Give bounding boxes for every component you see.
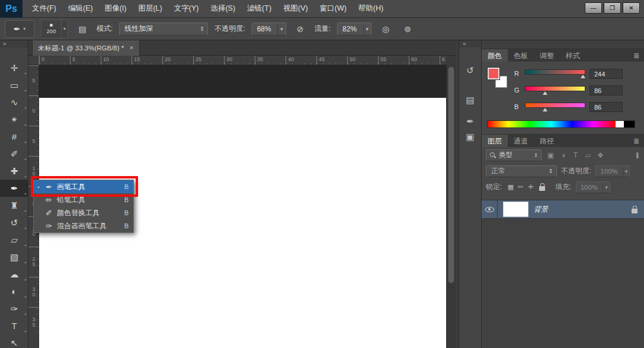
tab-close-icon[interactable]: ✕ [129,45,134,51]
color-replacement-tool-item[interactable]: ✐ 颜色替换工具 B [34,206,133,219]
white-picker-swatch[interactable] [616,121,624,127]
vertical-scrollbar-thumb[interactable] [448,66,454,283]
pen-tool[interactable]: ✑ [0,300,28,317]
shape-layer-filter-icon[interactable]: ▱ [583,151,593,159]
crop-tool[interactable]: # [0,128,28,145]
brush-picker-caret[interactable]: ▾ [61,20,68,38]
panel-menu-icon[interactable]: ≣ [629,49,644,62]
panel-tab[interactable]: 图层 [482,135,508,147]
layer-row-background[interactable]: 背景 [482,200,644,219]
filter-kind-select[interactable]: 类型 ⇕ [486,149,542,161]
dropdown-caret-icon[interactable]: ▾ [623,166,630,177]
pixel-layer-filter-icon[interactable]: ▣ [546,151,556,159]
layer-opacity-select[interactable]: 100% ▾ [595,165,630,177]
opacity-dropdown[interactable]: 68% ▾ [252,23,286,36]
layer-fill-select[interactable]: 100% ▾ [576,181,610,193]
eyedropper-tool[interactable]: ✐ [0,145,28,162]
restore-button[interactable]: ❐ [604,2,621,14]
panel-tab[interactable]: 颜色 [482,49,508,62]
menu-item[interactable]: 选择(S) [204,0,241,17]
mixer-brush-tool-item[interactable]: ✑ 混合器画笔工具 B [34,219,133,232]
lasso-tool[interactable]: ∿ [0,94,28,111]
channel-slider-thumb[interactable] [581,75,585,78]
channel-value-input[interactable]: 244 [589,69,623,79]
layer-name[interactable]: 背景 [534,205,548,215]
menu-item[interactable]: 窗口(W) [314,0,353,17]
panel-tab[interactable]: 调整 [534,49,560,62]
quick-selection-tool[interactable]: ✴ [0,111,28,128]
panel-menu-icon[interactable]: ≣ [629,135,644,147]
rectangular-marquee-tool[interactable]: ▭ [0,76,28,94]
menu-item[interactable]: 编辑(E) [62,0,99,17]
spot-healing-brush-tool[interactable]: ✚ [0,162,28,180]
blur-tool[interactable]: ☁ [0,266,28,283]
channel-value-input[interactable]: 86 [589,102,623,112]
panel-tab[interactable]: 色板 [508,49,534,62]
menu-item[interactable]: 文字(Y) [168,0,205,17]
history-brush-tool[interactable]: ↺ [0,214,28,231]
pressure-opacity-icon[interactable]: ⊘ [293,22,308,36]
dropdown-caret-icon[interactable]: ▾ [363,23,371,35]
vertical-scrollbar[interactable] [446,65,456,348]
collapse-toolbar-button[interactable]: » [0,40,28,47]
panel-dock-header[interactable] [482,40,644,49]
smart-object-filter-icon[interactable]: ❖ [595,151,605,159]
channel-value-input[interactable]: 86 [589,85,623,95]
pressure-size-icon[interactable]: ⊚ [400,22,415,36]
lock-position-icon[interactable]: ✛ [526,183,535,191]
history-panel-icon[interactable]: ↺ [462,63,479,78]
dropdown-caret-icon[interactable]: ▾ [277,23,286,35]
horizontal-type-tool[interactable]: T [0,317,28,334]
channel-slider-track[interactable] [525,86,585,91]
menu-item[interactable]: 文件(F) [26,0,62,17]
document-tab[interactable]: 未标题-1 @ 33.3%(RGB/8) * ✕ [32,40,140,56]
foreground-color-swatch[interactable] [488,68,499,79]
menu-item[interactable]: 滤镜(T) [241,0,277,17]
menu-item[interactable]: 视图(V) [277,0,314,17]
gradient-tool[interactable]: ▧ [0,248,28,266]
panel-tab[interactable]: 路径 [534,135,560,147]
brush-panel-icon[interactable]: ✒ [462,114,479,129]
layer-thumbnail[interactable] [503,202,528,217]
menu-item[interactable]: 帮助(H) [353,0,389,17]
eraser-tool[interactable]: ▱ [0,231,28,248]
toggle-brush-panel-button[interactable]: ▤ [75,22,90,36]
move-tool[interactable]: ✛ [0,59,28,76]
type-layer-filter-icon[interactable]: T [571,151,581,159]
channel-slider-thumb[interactable] [543,91,547,95]
clone-stamp-tool[interactable]: ♜ [0,197,28,214]
clone-source-panel-icon[interactable]: ▣ [462,129,479,145]
brush-preset-picker[interactable]: 200 ▾ [41,20,68,39]
expand-panels-button[interactable]: « [459,40,481,47]
channel-slider-thumb[interactable] [543,108,547,111]
layer-blend-mode-select[interactable]: 正常 ⇕ [486,165,557,177]
lock-all-icon[interactable] [539,186,545,191]
tool-preset-picker[interactable]: ✒ ▾ [5,20,34,38]
minimize-button[interactable]: — [585,2,602,14]
properties-panel-icon[interactable]: ▤ [462,92,479,108]
adjustment-layer-filter-icon[interactable]: ◑ [558,151,568,159]
path-selection-tool[interactable]: ↖ [0,334,28,348]
black-picker-swatch[interactable] [624,121,635,127]
airbrush-icon[interactable]: ◎ [378,22,393,36]
brush-tool-item[interactable]: ▪ ✒ 画笔工具 B [34,180,133,193]
panel-tab[interactable]: 通道 [508,135,534,147]
lock-transparent-pixels-icon[interactable]: ▦ [506,183,515,191]
filter-switch-icon[interactable]: ❚ [635,152,640,158]
app-logo[interactable]: Ps [0,0,23,18]
channel-slider-track[interactable] [525,69,585,75]
dodge-tool[interactable]: ◐ [0,283,28,300]
lock-image-pixels-icon[interactable]: ✏ [516,183,525,191]
channel-slider-track[interactable] [525,103,585,108]
brush-tool[interactable]: ✒ [0,180,28,197]
dropdown-caret-icon[interactable]: ▾ [603,182,610,193]
blend-mode-dropdown[interactable]: 线性加深 ⇕ [119,23,208,36]
layer-visibility-toggle[interactable] [482,200,498,218]
menu-item[interactable]: 图像(I) [99,0,133,17]
pencil-tool-item[interactable]: ✏ 铅笔工具 B [34,193,133,206]
panel-tab[interactable]: 样式 [560,49,586,62]
menu-item[interactable]: 图层(L) [132,0,168,17]
close-button[interactable]: ✕ [623,2,640,14]
flow-dropdown[interactable]: 82% ▾ [337,23,371,36]
color-spectrum-bar[interactable] [488,121,616,127]
